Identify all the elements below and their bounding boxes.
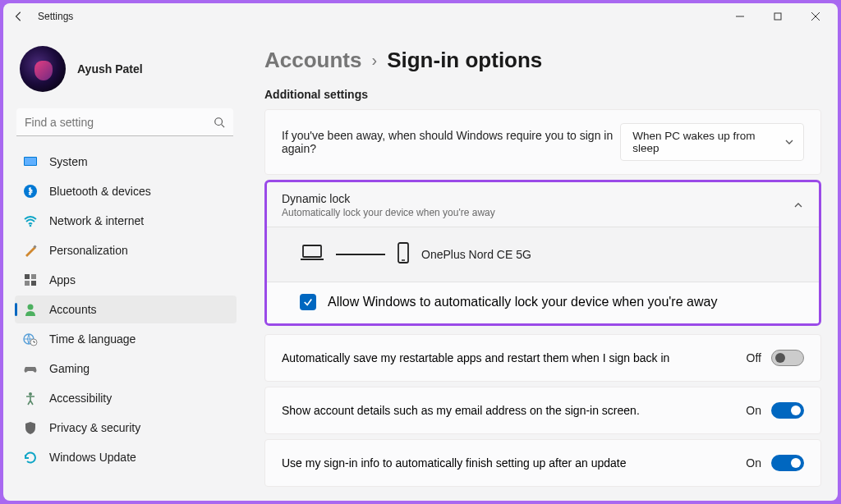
account-details-row: Show account details such as my email ad…: [265, 387, 820, 433]
chevron-right-icon: ›: [371, 51, 377, 70]
nav-time-language[interactable]: Time & language: [15, 325, 237, 353]
breadcrumb-parent[interactable]: Accounts: [264, 48, 361, 73]
finish-setup-card: Use my sign-in info to automatically fin…: [264, 439, 821, 487]
dynamic-lock-card: Dynamic lock Automatically lock your dev…: [264, 180, 821, 326]
nav-label: Personalization: [49, 244, 128, 257]
window-controls: [721, 3, 834, 30]
dynamic-lock-checkbox-row: Allow Windows to automatically lock your…: [267, 282, 819, 323]
require-signin-card: If you've been away, when should Windows…: [264, 109, 821, 175]
svg-rect-13: [25, 281, 30, 286]
restartable-toggle-group: Off: [747, 350, 804, 366]
require-signin-label: If you've been away, when should Windows…: [282, 129, 620, 155]
account-details-toggle[interactable]: [771, 402, 804, 419]
account-details-toggle-group: On: [746, 402, 804, 419]
nav-label: Accessibility: [49, 392, 112, 405]
nav-label: Gaming: [49, 362, 90, 375]
svg-rect-12: [31, 274, 36, 279]
nav-gaming[interactable]: Gaming: [15, 355, 237, 383]
nav-system[interactable]: System: [15, 148, 237, 176]
account-details-card: Show account details such as my email ad…: [264, 387, 821, 434]
profile[interactable]: Ayush Patel: [15, 39, 237, 105]
nav-label: Time & language: [49, 332, 136, 346]
svg-point-15: [28, 305, 34, 310]
nav-accounts[interactable]: Accounts: [15, 296, 237, 323]
nav-label: Network & internet: [49, 214, 144, 227]
require-signin-row: If you've been away, when should Windows…: [265, 110, 820, 174]
dynamic-lock-title: Dynamic lock: [282, 192, 495, 205]
laptop-icon: [300, 244, 324, 265]
nav-privacy[interactable]: Privacy & security: [15, 414, 237, 442]
bluetooth-icon: [23, 184, 38, 199]
window-title: Settings: [38, 11, 73, 22]
section-heading: Additional settings: [264, 88, 821, 101]
restartable-apps-card: Automatically save my restartable apps a…: [264, 334, 821, 382]
require-signin-select[interactable]: When PC wakes up from sleep: [620, 123, 804, 161]
svg-point-4: [215, 117, 223, 125]
dynamic-lock-checkbox-label: Allow Windows to automatically lock your…: [328, 295, 717, 309]
person-icon: [23, 302, 38, 317]
titlebar-left: Settings: [13, 11, 73, 22]
account-details-state: On: [746, 404, 761, 417]
breadcrumb: Accounts › Sign-in options: [264, 48, 821, 73]
require-signin-value: When PC wakes up from sleep: [632, 130, 770, 154]
search-icon: [214, 117, 225, 128]
svg-rect-1: [774, 13, 781, 20]
nav-accessibility[interactable]: Accessibility: [15, 384, 237, 412]
restartable-apps-label: Automatically save my restartable apps a…: [282, 351, 669, 364]
nav-apps[interactable]: Apps: [15, 266, 237, 294]
brush-icon: [23, 243, 38, 258]
restartable-toggle[interactable]: [771, 350, 804, 366]
content: Ayush Patel System Bluetooth & devices: [3, 30, 838, 501]
back-button[interactable]: [13, 11, 25, 22]
nav-label: Bluetooth & devices: [49, 185, 151, 198]
svg-rect-7: [25, 158, 36, 165]
chevron-down-icon: [785, 136, 793, 149]
main-panel: Accounts › Sign-in options Additional se…: [243, 30, 838, 501]
page-title: Sign-in options: [387, 48, 542, 73]
close-button[interactable]: [797, 3, 834, 30]
dynamic-lock-header[interactable]: Dynamic lock Automatically lock your dev…: [267, 182, 819, 227]
nav-personalization[interactable]: Personalization: [15, 236, 237, 264]
dynamic-lock-checkbox[interactable]: [300, 294, 316, 310]
accessibility-icon: [23, 391, 38, 405]
finish-setup-toggle[interactable]: [771, 455, 804, 471]
apps-icon: [23, 273, 38, 287]
svg-point-9: [30, 225, 32, 227]
connection-line: [336, 254, 385, 255]
nav-bluetooth[interactable]: Bluetooth & devices: [15, 177, 237, 205]
profile-name: Ayush Patel: [77, 62, 143, 76]
sidebar: Ayush Patel System Bluetooth & devices: [3, 30, 243, 501]
svg-rect-14: [31, 281, 36, 286]
search-box[interactable]: [16, 108, 233, 136]
settings-window: Settings Ayush Patel System: [3, 3, 838, 501]
minimize-button[interactable]: [721, 3, 759, 30]
shield-icon: [23, 420, 38, 435]
svg-point-18: [29, 392, 32, 396]
finish-setup-label: Use my sign-in info to automatically fin…: [282, 456, 626, 470]
restartable-state: Off: [747, 351, 761, 364]
finish-setup-toggle-group: On: [746, 455, 804, 471]
svg-rect-11: [25, 274, 30, 279]
nav-windows-update[interactable]: Windows Update: [15, 443, 237, 471]
svg-rect-19: [303, 245, 321, 257]
svg-line-5: [222, 124, 225, 127]
nav-label: Accounts: [49, 303, 97, 316]
dynamic-lock-subtitle: Automatically lock your device when you'…: [282, 207, 495, 218]
display-icon: [23, 154, 38, 169]
nav-label: Privacy & security: [49, 421, 140, 434]
finish-setup-state: On: [746, 456, 761, 470]
paired-device-name: OnePlus Nord CE 5G: [421, 248, 531, 261]
gamepad-icon: [23, 361, 38, 376]
nav-network[interactable]: Network & internet: [15, 207, 237, 235]
update-icon: [23, 450, 38, 465]
nav-label: Windows Update: [49, 451, 136, 464]
nav-list: System Bluetooth & devices Network & int…: [15, 148, 237, 471]
account-details-label: Show account details such as my email ad…: [282, 404, 640, 417]
wifi-icon: [23, 213, 38, 228]
globe-clock-icon: [23, 332, 38, 346]
titlebar: Settings: [3, 3, 838, 30]
phone-icon: [397, 242, 410, 267]
maximize-button[interactable]: [759, 3, 797, 30]
finish-setup-row: Use my sign-in info to automatically fin…: [265, 440, 820, 486]
search-input[interactable]: [25, 116, 214, 129]
